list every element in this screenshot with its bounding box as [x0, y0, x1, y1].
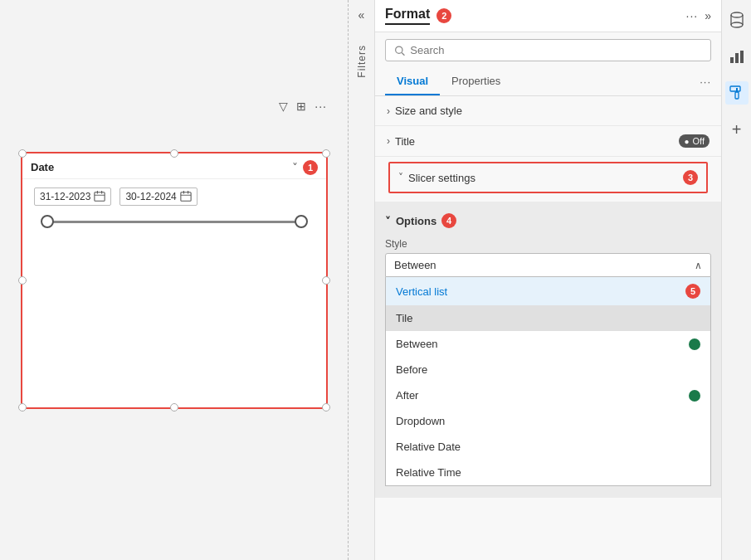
svg-rect-15 — [735, 53, 739, 63]
slicer-settings-section[interactable]: ˅ Slicer settings 3 — [388, 162, 708, 193]
slicer-settings-badge: 3 — [683, 170, 698, 185]
format-title-row: Format 2 — [385, 7, 451, 25]
svg-point-8 — [396, 46, 402, 53]
format-header: Format 2 ··· » — [375, 0, 721, 32]
resize-handle-tl[interactable] — [18, 149, 27, 158]
slicer-settings-chevron-icon: ˅ — [398, 172, 403, 183]
dropdown-option-tile[interactable]: Tile — [386, 305, 710, 331]
format-panel: Format 2 ··· » Visual Properties — [375, 0, 721, 560]
resize-handle-tr[interactable] — [322, 149, 330, 158]
resize-handle-tm[interactable] — [170, 149, 178, 158]
dropdown-option-before[interactable]: Before — [386, 357, 710, 382]
style-current-value: Between — [394, 259, 436, 271]
options-body: Style Between ∧ Vertical list 5 — [385, 233, 711, 491]
svg-rect-14 — [730, 57, 734, 63]
svg-line-9 — [402, 52, 404, 55]
calendar-icon-end — [180, 191, 192, 202]
dropdown-option-between[interactable]: Between — [386, 331, 710, 357]
resize-handle-mr[interactable] — [322, 276, 330, 285]
tabs-container: Visual Properties — [385, 68, 512, 95]
search-input[interactable] — [410, 44, 702, 56]
format-more-icon[interactable]: ··· — [686, 9, 699, 22]
title-chevron-icon: › — [387, 135, 390, 147]
dropdown-option-dropdown[interactable]: Dropdown — [386, 408, 710, 434]
bar-chart-icon-btn[interactable] — [725, 45, 749, 68]
tab-properties[interactable]: Properties — [440, 68, 512, 95]
slicer-toolbar: ▽ ⊞ ··· — [279, 100, 327, 113]
slider-thumb-right[interactable] — [295, 215, 308, 228]
paintroller-icon — [729, 85, 744, 100]
tabs-more-icon[interactable]: ··· — [700, 75, 711, 88]
search-icon — [394, 45, 405, 56]
right-icons-bar: + — [721, 0, 751, 560]
chevron-down-icon[interactable]: ˅ — [292, 161, 298, 174]
dropdown-option-vertical-list[interactable]: Vertical list 5 — [386, 277, 710, 305]
slider-thumb-left[interactable] — [41, 215, 54, 228]
dropdown-option-relative-date[interactable]: Relative Date — [386, 434, 710, 460]
slicer-dates: 31-12-2023 30-12-2024 — [22, 179, 326, 209]
style-label: Style — [385, 238, 711, 250]
calendar-icon-start — [94, 191, 105, 202]
tab-visual[interactable]: Visual — [385, 68, 440, 95]
dropdown-option-relative-time[interactable]: Relative Time — [386, 460, 710, 485]
options-container: ˅ Options 4 Style Between ∧ Vertic — [375, 202, 721, 498]
panel-divider — [348, 0, 349, 560]
date-slider[interactable] — [22, 209, 326, 235]
slicer-badge: 1 — [303, 160, 318, 175]
collapse-arrow-icon[interactable]: « — [358, 8, 365, 22]
date-start-value: 31-12-2023 — [40, 191, 90, 202]
slider-track — [47, 221, 301, 223]
resize-handle-br[interactable] — [322, 403, 330, 411]
after-indicator — [689, 390, 700, 402]
slicer-settings-label-row: ˅ Slicer settings — [398, 172, 475, 184]
dropdown-option-after[interactable]: After — [386, 382, 710, 408]
right-panel: « Filters Format 2 ··· » — [349, 0, 751, 560]
svg-point-13 — [731, 22, 743, 27]
resize-handle-ml[interactable] — [18, 276, 27, 285]
slicer-settings-wrapper: ˅ Slicer settings 3 — [375, 157, 721, 202]
size-style-chevron-icon: › — [387, 105, 390, 117]
size-style-label: › Size and style — [387, 105, 462, 117]
resize-handle-bl[interactable] — [18, 403, 27, 411]
vertical-list-badge: 5 — [685, 284, 700, 299]
options-header[interactable]: ˅ Options 4 — [385, 208, 711, 233]
svg-rect-4 — [181, 192, 191, 201]
svg-rect-16 — [740, 51, 744, 63]
panel-body: › Size and style › Title ● Off — [375, 96, 721, 560]
left-panel: ▽ ⊞ ··· Date ˅ 1 31-12-2023 — [0, 0, 349, 560]
svg-rect-19 — [735, 92, 739, 99]
chevron-up-icon: ∧ — [695, 260, 702, 271]
format-header-icons: ··· » — [686, 9, 711, 22]
section-title[interactable]: › Title ● Off — [375, 126, 721, 157]
bar-chart-icon — [729, 49, 744, 64]
add-icon-btn[interactable]: + — [725, 118, 749, 141]
more-options-icon[interactable]: ··· — [315, 100, 327, 113]
dropdown-options-list: Vertical list 5 Tile Between — [385, 277, 711, 486]
tabs-row: Visual Properties ··· — [375, 68, 721, 96]
search-input-wrap[interactable] — [385, 39, 711, 61]
data-icon-btn[interactable] — [725, 8, 749, 32]
cylinder-icon — [729, 12, 744, 28]
date-end-value: 30-12-2024 — [125, 191, 176, 202]
collapse-bar: « Filters — [349, 0, 375, 560]
slicer-header-controls: ˅ 1 — [292, 160, 318, 175]
expand-icon[interactable]: » — [705, 9, 711, 22]
format-panel-title: Format — [385, 7, 430, 25]
style-dropdown[interactable]: Between ∧ — [385, 253, 711, 277]
slicer-title: Date — [31, 161, 54, 173]
format-icon-btn[interactable] — [725, 81, 749, 105]
title-label: › Title — [387, 135, 415, 148]
date-start-input[interactable]: 31-12-2023 — [34, 187, 111, 206]
options-badge: 4 — [441, 213, 456, 228]
filters-label: Filters — [356, 45, 368, 78]
svg-rect-18 — [736, 88, 738, 92]
title-toggle[interactable]: ● Off — [679, 134, 710, 148]
section-size-style[interactable]: › Size and style — [375, 96, 721, 126]
between-indicator — [689, 338, 700, 350]
table-icon[interactable]: ⊞ — [296, 100, 306, 113]
filter-icon[interactable]: ▽ — [279, 100, 288, 113]
resize-handle-bm[interactable] — [170, 403, 178, 411]
date-end-input[interactable]: 30-12-2024 — [119, 187, 197, 206]
svg-point-10 — [731, 12, 743, 17]
slicer-widget: Date ˅ 1 31-12-2023 30-12-2024 — [21, 152, 328, 409]
